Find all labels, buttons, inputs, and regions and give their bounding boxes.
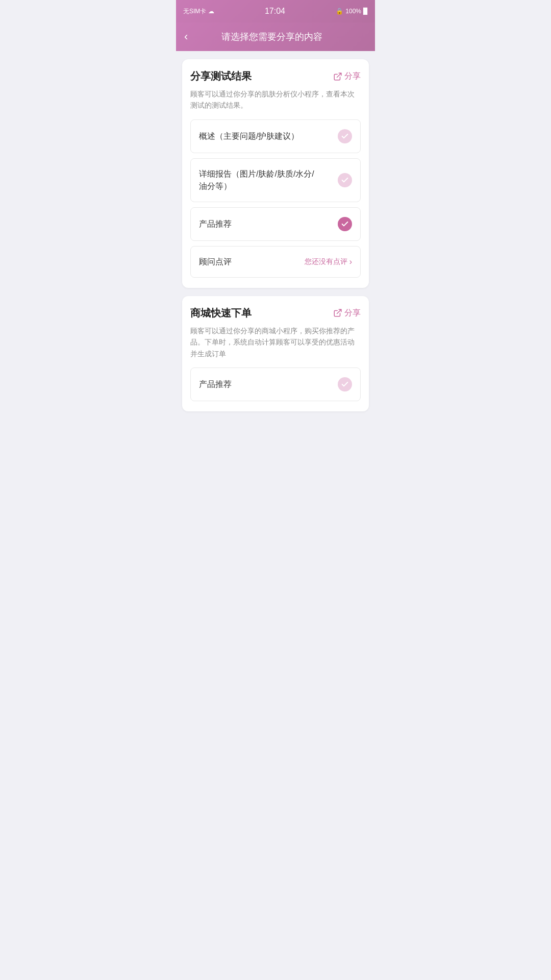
battery-label: 100% (345, 8, 361, 15)
check-icon-recommend-1 (338, 217, 352, 231)
option-detail[interactable]: 详细报告（图片/肤龄/肤质/水分/油分等） (190, 158, 361, 202)
option-advisory[interactable]: 顾问点评 您还没有点评 › (190, 246, 361, 278)
option-list-2: 产品推荐 (190, 368, 361, 401)
option-recommend-2[interactable]: 产品推荐 (190, 368, 361, 401)
page-title: 请选择您需要分享的内容 (196, 31, 347, 43)
share-results-card: 分享测试结果 分享 顾客可以通过你分享的肌肤分析仪小程序，查看本次测试的测试结果… (182, 59, 369, 288)
section2-title: 商城快速下单 (190, 306, 252, 320)
back-button[interactable]: ‹ (184, 31, 188, 42)
shop-quick-order-card: 商城快速下单 分享 顾客可以通过你分享的商城小程序，购买你推荐的产品。下单时，系… (182, 296, 369, 411)
option-recommend-1[interactable]: 产品推荐 (190, 207, 361, 241)
option-advisory-label: 顾问点评 (199, 256, 305, 268)
check-icon-recommend-2 (338, 377, 352, 391)
lock-icon: 🔒 (336, 8, 343, 15)
advisory-right: 您还没有点评 › (305, 257, 352, 266)
option-overview-label: 概述（主要问题/护肤建议） (199, 130, 338, 142)
option-list-1: 概述（主要问题/护肤建议） 详细报告（图片/肤龄/肤质/水分/油分等） (190, 119, 361, 278)
status-bar: 无SIM卡 ☁ 17:04 🔒 100% ▉ (176, 0, 375, 22)
share-results-button[interactable]: 分享 (333, 71, 361, 82)
option-recommend-1-label: 产品推荐 (199, 218, 338, 230)
option-overview[interactable]: 概述（主要问题/护肤建议） (190, 119, 361, 153)
card-header-2: 商城快速下单 分享 (190, 306, 361, 320)
battery-icon: ▉ (363, 8, 368, 15)
status-right: 🔒 100% ▉ (336, 8, 368, 15)
share-label-2: 分享 (344, 308, 361, 318)
option-recommend-2-label: 产品推荐 (199, 378, 338, 390)
status-left: 无SIM卡 ☁ (183, 7, 214, 16)
main-content: 分享测试结果 分享 顾客可以通过你分享的肌肤分析仪小程序，查看本次测试的测试结果… (176, 51, 375, 420)
share-icon (333, 72, 342, 81)
check-icon-overview (338, 129, 352, 143)
no-sim-label: 无SIM卡 ☁ (183, 7, 214, 16)
section1-desc: 顾客可以通过你分享的肌肤分析仪小程序，查看本次测试的测试结果。 (190, 88, 361, 111)
svg-line-0 (337, 73, 341, 77)
card-header-1: 分享测试结果 分享 (190, 69, 361, 83)
svg-line-1 (337, 310, 341, 314)
share-shop-button[interactable]: 分享 (333, 308, 361, 318)
option-detail-label: 详细报告（图片/肤龄/肤质/水分/油分等） (199, 168, 338, 192)
advisory-status: 您还没有点评 (305, 257, 347, 266)
header: ‹ 请选择您需要分享的内容 (176, 22, 375, 51)
share-shop-icon (333, 308, 342, 317)
chevron-right-icon: › (349, 257, 352, 266)
status-time: 17:04 (265, 7, 285, 16)
share-label-1: 分享 (344, 71, 361, 82)
section2-desc: 顾客可以通过你分享的商城小程序，购买你推荐的产品。下单时，系统自动计算顾客可以享… (190, 325, 361, 359)
check-icon-detail (338, 173, 352, 187)
section1-title: 分享测试结果 (190, 69, 252, 83)
